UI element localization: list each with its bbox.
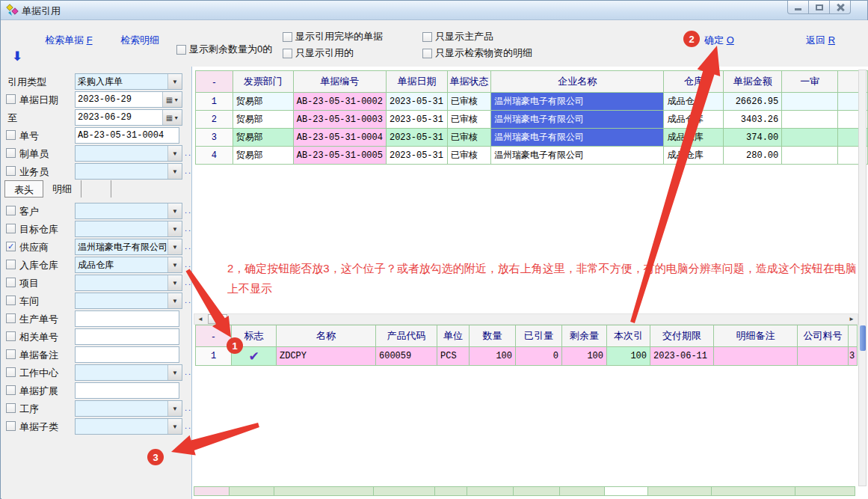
process-checkbox[interactable] <box>6 403 16 413</box>
tab-header[interactable]: 表头 <box>4 180 43 198</box>
col-header[interactable]: 公司料号 <box>798 325 849 347</box>
horizontal-scrollbar[interactable]: ◄ ► <box>194 313 858 325</box>
table-row[interactable]: 1 贸易部 AB-23-05-31-0002 2023-05-31 已审核 温州… <box>196 93 868 111</box>
col-header[interactable]: 仓库 <box>664 71 724 93</box>
date-from-input[interactable]: 2023-06-29 ▦▼ <box>75 91 182 108</box>
tab-detail[interactable]: 明细 <box>43 180 81 198</box>
chevron-down-icon[interactable]: ▼ <box>167 293 182 308</box>
col-header[interactable]: 标志 <box>232 325 277 347</box>
chevron-down-icon[interactable]: ▼ <box>167 257 182 272</box>
calendar-icon[interactable]: ▦▼ <box>162 110 182 125</box>
checkbox-show-ref-finished[interactable]: 显示引用完毕的单据 <box>283 30 383 43</box>
scroll-right-icon[interactable]: ► <box>846 314 858 324</box>
doc-note-input[interactable] <box>75 346 179 363</box>
customer-dropdown[interactable]: ▼ <box>75 203 182 219</box>
browse-dots[interactable]: .. <box>185 421 192 430</box>
col-header[interactable]: 单位 <box>437 325 470 347</box>
doc-ext-checkbox[interactable] <box>6 385 16 395</box>
col-header[interactable]: 单据金额 <box>724 71 782 93</box>
work-center-dropdown[interactable]: ▼ <box>75 364 182 381</box>
project-dropdown[interactable]: ▼ <box>75 275 182 291</box>
doc-subclass-dropdown[interactable]: ▼ <box>75 418 182 435</box>
target-warehouse-checkbox[interactable] <box>6 224 16 233</box>
target-warehouse-dropdown[interactable]: ▼ <box>75 221 182 237</box>
checkbox-box[interactable] <box>176 45 186 55</box>
col-header[interactable]: - <box>196 71 233 93</box>
col-header[interactable]: 发票部门 <box>233 71 293 93</box>
doc-no-input[interactable] <box>75 127 179 144</box>
col-header[interactable]: 已引量 <box>516 325 562 347</box>
col-header[interactable]: 单据状态 <box>447 71 490 93</box>
col-header[interactable]: - <box>196 325 232 347</box>
browse-dots[interactable]: .. <box>185 166 192 175</box>
browse-dots[interactable]: .. <box>185 260 192 269</box>
col-header[interactable]: 数量 <box>470 325 516 347</box>
workshop-dropdown[interactable]: ▼ <box>75 293 182 309</box>
overflow-cell[interactable]: 3 <box>849 347 858 366</box>
chevron-down-icon[interactable]: ▼ <box>167 419 182 434</box>
browse-dots[interactable]: .. <box>185 278 192 287</box>
ref-type-dropdown[interactable]: 采购入库单 ▼ <box>75 73 182 90</box>
prod-no-checkbox[interactable] <box>6 313 16 323</box>
minimize-button[interactable] <box>787 1 809 14</box>
col-header[interactable]: 明细备注 <box>714 325 798 347</box>
checkbox-box[interactable] <box>283 49 292 58</box>
col-header[interactable]: 产品代码 <box>376 325 437 347</box>
browse-dots[interactable]: .. <box>185 206 192 215</box>
chevron-down-icon[interactable]: ▼ <box>167 164 182 179</box>
process-dropdown[interactable]: ▼ <box>75 400 182 417</box>
download-arrow-icon[interactable]: ⬇ <box>12 49 22 64</box>
chevron-down-icon[interactable]: ▼ <box>167 275 182 290</box>
back-button[interactable]: 返回 R <box>806 34 835 47</box>
doc-ext-input[interactable] <box>75 382 179 399</box>
confirm-button[interactable]: 确定 O <box>704 34 734 47</box>
salesman-checkbox[interactable] <box>6 166 16 176</box>
browse-dots[interactable]: .. <box>185 224 192 233</box>
project-checkbox[interactable] <box>6 278 16 287</box>
chevron-down-icon[interactable]: ▼ <box>167 221 182 236</box>
col-header[interactable]: 企业名称 <box>490 71 664 93</box>
close-button[interactable] <box>829 1 851 14</box>
col-header[interactable]: 一审 <box>782 71 838 93</box>
col-header[interactable]: 剩余量 <box>562 325 607 347</box>
browse-dots[interactable]: .. <box>185 242 192 251</box>
rel-no-input[interactable] <box>75 328 179 345</box>
table-row-selected[interactable]: 3 贸易部 AB-23-05-31-0004 2023-05-31 已审核 温州… <box>196 129 868 147</box>
checkbox-only-searched-detail[interactable]: 只显示检索物资的明细 <box>422 46 532 60</box>
chevron-down-icon[interactable]: ▼ <box>167 146 182 161</box>
in-warehouse-dropdown[interactable]: 成品仓库▼ <box>75 257 182 273</box>
col-header[interactable]: 本次引 <box>607 325 650 347</box>
chevron-down-icon[interactable]: ▼ <box>167 239 182 254</box>
date-to-input[interactable]: 2023-06-29 ▦▼ <box>75 109 182 126</box>
scrollbar-thumb[interactable] <box>860 325 866 351</box>
in-warehouse-checkbox[interactable] <box>6 260 16 269</box>
detail-row[interactable]: 1 ✔ ZDCPY 600059 PCS 100 0 100 100 2023-… <box>196 347 858 366</box>
checkbox-box[interactable] <box>283 32 292 42</box>
checkbox-show-remaining-zero[interactable]: 显示剩余数量为0的 <box>176 43 272 56</box>
vertical-scrollbar[interactable] <box>858 70 867 486</box>
customer-checkbox[interactable] <box>6 206 16 215</box>
checkbox-box[interactable] <box>422 32 432 42</box>
chevron-down-icon[interactable]: ▼ <box>167 365 182 380</box>
flag-check-icon[interactable]: ✔ <box>232 347 277 366</box>
date-from-checkbox[interactable] <box>6 94 16 104</box>
rel-no-checkbox[interactable] <box>6 331 16 341</box>
calendar-icon[interactable]: ▦▼ <box>162 92 182 107</box>
checkbox-box[interactable] <box>422 49 432 58</box>
search-doc-button[interactable]: 检索单据 F <box>45 34 93 47</box>
chevron-down-icon[interactable]: ▼ <box>167 203 182 218</box>
maximize-button[interactable] <box>808 1 830 14</box>
checkbox-only-main-product[interactable]: 只显示主产品 <box>422 30 493 43</box>
checkbox-only-referenced[interactable]: 只显示引用的 <box>283 46 354 60</box>
doc-note-checkbox[interactable] <box>6 349 16 359</box>
browse-dots[interactable]: .. <box>185 403 192 412</box>
qty-this-ref-cell[interactable]: 100 <box>607 347 650 366</box>
col-header[interactable]: 名称 <box>277 325 376 347</box>
chevron-down-icon[interactable]: ▼ <box>167 401 182 416</box>
maker-dropdown[interactable]: ▼ <box>75 145 182 162</box>
search-detail-button[interactable]: 检索明细 <box>120 34 159 47</box>
col-header[interactable]: 单据日期 <box>386 71 447 93</box>
maker-checkbox[interactable] <box>6 148 16 158</box>
prod-no-input[interactable] <box>75 310 179 327</box>
browse-dots[interactable]: .. <box>185 148 192 157</box>
